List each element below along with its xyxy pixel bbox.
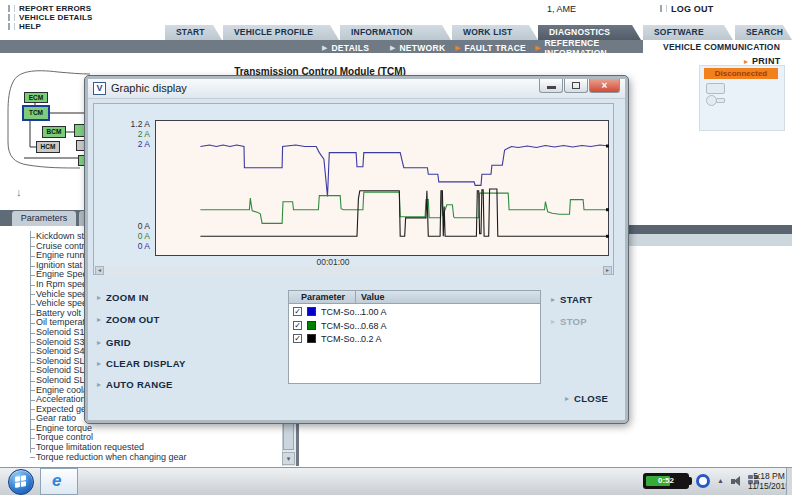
tool-label: AUTO RANGE — [106, 379, 173, 390]
parameter-table-header: Parameter Value — [289, 291, 540, 304]
tool-label: ZOOM OUT — [106, 314, 160, 325]
series-color-swatch — [307, 307, 316, 316]
top-link-label: VEHICLE DETAILS — [19, 13, 93, 22]
tool-arrow-icon: ▸ — [97, 359, 101, 368]
tool-arrow-icon: ▸ — [97, 380, 101, 389]
internet-explorer-taskbar-button[interactable]: e — [40, 468, 78, 495]
tool-zoom-out[interactable]: ▸ZOOM OUT — [97, 314, 160, 325]
subtab-fault-trace[interactable]: ▶FAULT TRACE — [455, 42, 526, 53]
waveform-plot[interactable] — [155, 120, 609, 256]
taskbar: e 0:52 ▲ 5:18 PM 11/15/2015 — [0, 467, 792, 495]
row-checkbox[interactable]: ✓ — [293, 321, 302, 330]
row-checkbox[interactable]: ✓ — [293, 334, 302, 343]
close-button[interactable]: × — [589, 79, 620, 93]
battery-status-icon — [706, 83, 725, 94]
volume-icon[interactable] — [731, 475, 744, 488]
table-row[interactable]: ✓TCM-So...1.00 A — [289, 305, 540, 319]
scroll-right-icon[interactable]: ▸ — [603, 266, 612, 275]
column-divider — [355, 291, 356, 304]
sub-tabbar: ▶DETAILS▶NETWORK▶FAULT TRACE▶REFERENCE I… — [0, 40, 643, 53]
module-hcm[interactable]: HCM — [36, 141, 60, 153]
close-label: CLOSE — [574, 393, 608, 404]
clock[interactable]: 5:18 PM 11/15/2015 — [748, 471, 790, 491]
table-row[interactable]: ✓TCM-So...0.68 A — [289, 319, 540, 333]
minimize-button[interactable] — [539, 79, 563, 93]
row-value: 0.2 A — [361, 334, 382, 344]
series-end-marker — [606, 235, 609, 238]
dialog-titlebar[interactable]: V Graphic display × — [88, 79, 625, 99]
y-axis-label: 2 A — [98, 139, 150, 149]
tray-ring-icon[interactable] — [696, 474, 710, 488]
tool-label: ZOOM IN — [106, 292, 149, 303]
maximize-icon — [572, 82, 580, 89]
down-arrow-icon[interactable]: ↓ — [16, 186, 22, 198]
subtab-label: REFERENCE INFORMATION — [544, 38, 643, 58]
start-button-orb[interactable] — [8, 469, 34, 495]
series-color-swatch — [307, 321, 316, 330]
tab-information[interactable]: INFORMATION — [340, 25, 451, 40]
row-checkbox[interactable]: ✓ — [293, 307, 302, 316]
tool-arrow-icon: ▸ — [97, 315, 101, 324]
show-desktop-button[interactable] — [786, 468, 792, 495]
y-axis-label: 2 A — [98, 129, 150, 139]
subtab-label: FAULT TRACE — [464, 43, 526, 53]
module-bcm[interactable]: BCM — [42, 126, 66, 138]
battery-meter[interactable]: 0:52 — [643, 473, 689, 489]
link-bars-icon — [660, 5, 667, 12]
subtab-network[interactable]: ▶NETWORK — [390, 42, 445, 53]
scroll-down-button[interactable]: ▾ — [282, 452, 295, 465]
tool-auto-range[interactable]: ▸AUTO RANGE — [97, 379, 173, 390]
subtab-reference-information[interactable]: ▶REFERENCE INFORMATION — [535, 42, 643, 53]
tab-software[interactable]: SOFTWARE — [643, 25, 733, 40]
start-label: START — [560, 294, 592, 305]
subtab-arrow-icon: ▶ — [535, 43, 540, 52]
series-color-swatch — [307, 334, 316, 343]
windows-flag-icon — [15, 475, 26, 488]
chart-hscrollbar[interactable]: ◂ ▸ — [95, 266, 612, 275]
link-bars-icon — [8, 14, 15, 21]
chart-panel: 1.2 A2 A2 A 0 A0 A0 A 00:01:00 ◂ ▸ — [93, 103, 614, 275]
subtab-arrow-icon: ▶ — [455, 43, 460, 52]
list-item[interactable]: Torque reduction when changing gear — [0, 453, 296, 463]
tab-vehicle-profile[interactable]: VEHICLE PROFILE — [223, 25, 339, 40]
link-bars-icon — [8, 5, 15, 12]
tool-clear-display[interactable]: ▸CLEAR DISPLAY — [97, 358, 186, 369]
row-value: 1.00 A — [361, 307, 387, 317]
module-ecm[interactable]: ECM — [24, 92, 48, 103]
dialog-title: Graphic display — [111, 82, 187, 94]
tab-search[interactable]: SEARCH — [735, 25, 792, 40]
tab-work-list[interactable]: WORK LIST — [452, 25, 538, 40]
tab-start[interactable]: START — [165, 25, 222, 40]
close-arrow-icon: ▸ — [565, 394, 569, 403]
top-link-vehicle-details[interactable]: VEHICLE DETAILS — [8, 13, 93, 22]
tool-zoom-in[interactable]: ▸ZOOM IN — [97, 292, 149, 303]
y-axis-label: 1.2 A — [98, 119, 150, 129]
logout-link[interactable]: LOG OUT — [660, 4, 713, 13]
tool-arrow-icon: ▸ — [97, 293, 101, 302]
subtab-label: DETAILS — [331, 43, 369, 53]
minimize-icon — [547, 86, 556, 89]
hidden-icons-caret[interactable]: ▲ — [717, 477, 724, 484]
module-tcm[interactable]: TCM — [22, 105, 50, 121]
close-icon: × — [602, 80, 608, 91]
internet-explorer-icon: e — [52, 471, 61, 491]
tool-grid[interactable]: ▸GRID — [97, 337, 131, 348]
y-axis-label: 0 A — [98, 231, 150, 241]
subtab-details[interactable]: ▶DETAILS — [322, 42, 369, 53]
close-dialog-button[interactable]: ▸ CLOSE — [565, 393, 608, 404]
top-link-report-errors[interactable]: REPORT ERRORS — [8, 4, 93, 13]
scroll-left-icon[interactable]: ◂ — [95, 266, 104, 275]
y-axis-label: 0 A — [98, 241, 150, 251]
row-parameter: TCM-So... — [321, 321, 362, 331]
subtab-label: NETWORK — [399, 43, 445, 53]
right-band-light — [618, 234, 792, 246]
table-row[interactable]: ✓TCM-So...0.2 A — [289, 332, 540, 346]
tab-parameters-label: Parameters — [21, 213, 68, 223]
start-button[interactable]: ▸ START — [551, 294, 592, 305]
tab-parameters[interactable]: Parameters — [12, 211, 76, 226]
tool-label: CLEAR DISPLAY — [106, 358, 186, 369]
subtab-arrow-icon: ▶ — [390, 43, 395, 52]
row-parameter: TCM-So... — [321, 307, 362, 317]
maximize-button[interactable] — [564, 79, 588, 93]
series-end-marker — [606, 208, 609, 211]
